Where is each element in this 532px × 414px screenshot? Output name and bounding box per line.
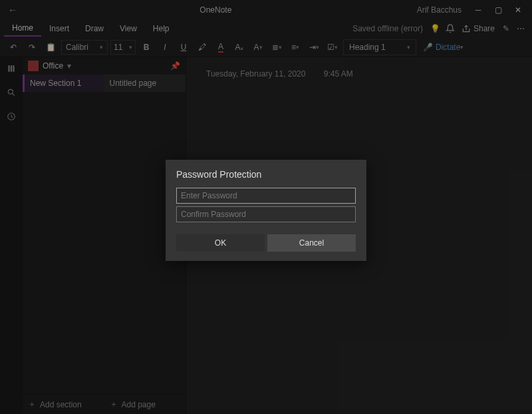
confirm-password-input[interactable]: [176, 206, 356, 222]
password-input[interactable]: [176, 188, 356, 204]
dialog-title: Password Protection: [176, 169, 356, 180]
password-dialog: Password Protection OK Cancel: [166, 160, 366, 261]
cancel-button[interactable]: Cancel: [267, 234, 356, 252]
ok-button[interactable]: OK: [176, 234, 265, 252]
